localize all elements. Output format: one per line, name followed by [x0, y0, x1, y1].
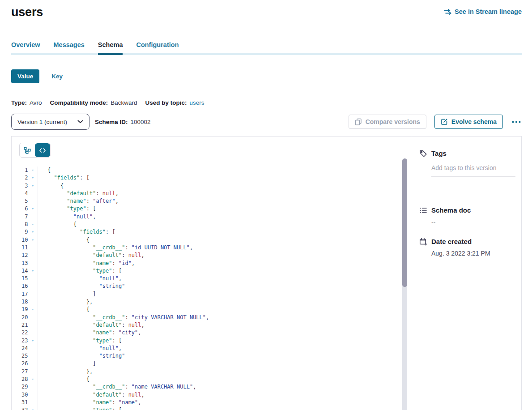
schema-info-sidebar: Tags Schema doc --: [411, 137, 521, 410]
code-line: "type": [: [47, 337, 411, 345]
line-number: 16: [12, 282, 28, 290]
code-line: "string": [47, 352, 411, 360]
tab-messages[interactable]: Messages: [54, 41, 85, 55]
fold-spacer: [28, 260, 38, 267]
line-number: 15: [12, 275, 28, 282]
code-line: "type": [: [47, 406, 411, 410]
schema-doc-title: Schema doc: [431, 206, 471, 214]
evolve-schema-button[interactable]: Evolve schema: [434, 115, 503, 129]
code-line: ]: [47, 360, 411, 367]
gutter-row: 30: [12, 391, 38, 399]
fold-spacer: [28, 275, 38, 282]
topic-link[interactable]: users: [190, 99, 204, 106]
editor-scrollbar-thumb[interactable]: [402, 158, 407, 287]
fold-caret-icon[interactable]: ▾: [28, 182, 38, 190]
gutter-row: 22: [12, 329, 38, 337]
tags-input[interactable]: [431, 164, 515, 176]
code-area[interactable]: 1▾2▾3▾456▾78▾9▾10▾11121314▾1516171819▾20…: [12, 167, 411, 410]
fold-caret-icon[interactable]: ▾: [28, 337, 38, 345]
gutter-row: 20: [12, 314, 38, 321]
gutter-row: 28▾: [12, 376, 38, 383]
fold-spacer: [28, 391, 38, 399]
fold-spacer: [28, 329, 38, 337]
sidebar-divider: [419, 190, 513, 190]
compatibility-label: Compatibility mode:: [50, 99, 108, 106]
page-title: users: [11, 4, 43, 20]
value-key-toggle: Value Key: [11, 69, 522, 83]
gutter-row: 2▾: [12, 174, 38, 182]
code-line: "type": [: [47, 205, 411, 213]
fold-caret-icon[interactable]: ▾: [28, 205, 38, 213]
fold-spacer: [28, 345, 38, 352]
fold-spacer: [28, 244, 38, 252]
schema-doc-value: --: [431, 218, 513, 226]
code-line: ]: [47, 290, 411, 298]
code-line: "__crdb__": "city VARCHAR NOT NULL",: [47, 314, 411, 321]
schema-page: users See in Stream lineage OverviewMess…: [0, 0, 532, 410]
line-number: 26: [12, 360, 28, 367]
code-line: "name": "id",: [47, 260, 411, 267]
tab-configuration[interactable]: Configuration: [136, 41, 179, 55]
code-line: "default": null,: [47, 252, 411, 259]
fold-spacer: [28, 252, 38, 259]
gutter-row: 13: [12, 260, 38, 267]
stream-lineage-link[interactable]: See in Stream lineage: [444, 8, 522, 15]
fold-caret-icon[interactable]: ▾: [28, 174, 38, 182]
copy-icon: [355, 118, 362, 125]
gutter-row: 11: [12, 244, 38, 252]
editor-scrollbar-track[interactable]: [402, 158, 407, 410]
editor-gutter: 1▾2▾3▾456▾78▾9▾10▾11121314▾1516171819▾20…: [12, 167, 38, 410]
tag-icon: [419, 149, 427, 158]
type-label: Type:: [11, 99, 27, 106]
code-line: "__crdb__": "id UUID NOT NULL",: [47, 244, 411, 252]
code-line: "fields": [: [47, 228, 411, 236]
calendar-plus-icon: [419, 238, 427, 246]
more-actions-button[interactable]: [511, 120, 522, 124]
fold-spacer: [28, 360, 38, 367]
code-view-icon: [39, 147, 46, 154]
line-number: 8: [12, 221, 28, 228]
line-number: 18: [12, 298, 28, 306]
edit-icon: [441, 118, 448, 125]
line-number: 1: [12, 167, 28, 174]
code-line: "type": [: [47, 267, 411, 275]
list-icon: [419, 206, 427, 214]
code-view-button[interactable]: [35, 143, 50, 157]
fold-caret-icon[interactable]: ▾: [28, 376, 38, 383]
fold-caret-icon[interactable]: ▾: [28, 306, 38, 313]
gutter-row: 25: [12, 352, 38, 360]
tab-bar: OverviewMessagesSchemaConfiguration: [11, 41, 522, 55]
line-number: 6: [12, 205, 28, 213]
code-line: "null",: [47, 345, 411, 352]
used-by-topic-label: Used by topic:: [145, 99, 187, 106]
tree-view-button[interactable]: [20, 143, 35, 157]
line-number: 23: [12, 337, 28, 345]
tab-overview[interactable]: Overview: [11, 41, 40, 55]
code-line: "default": null,: [47, 391, 411, 399]
code-line: {: [47, 376, 411, 383]
code-line: "name": "city",: [47, 329, 411, 337]
fold-caret-icon[interactable]: ▾: [28, 228, 38, 236]
version-select[interactable]: Version 1 (current): [11, 114, 89, 130]
fold-spacer: [28, 383, 38, 391]
fold-caret-icon[interactable]: ▾: [28, 406, 38, 410]
fold-caret-icon[interactable]: ▾: [28, 236, 38, 244]
gutter-row: 17: [12, 290, 38, 298]
code-line: },: [47, 298, 411, 306]
line-number: 27: [12, 368, 28, 376]
stream-lineage-icon: [444, 9, 451, 15]
gutter-row: 31: [12, 399, 38, 406]
gutter-row: 18: [12, 298, 38, 306]
compare-versions-button[interactable]: Compare versions: [349, 115, 426, 129]
fold-spacer: [28, 197, 38, 205]
tab-schema[interactable]: Schema: [98, 41, 123, 55]
fold-caret-icon[interactable]: ▾: [28, 167, 38, 174]
key-toggle-button[interactable]: Key: [51, 73, 63, 80]
fold-caret-icon[interactable]: ▾: [28, 267, 38, 275]
gutter-row: 26: [12, 360, 38, 367]
code-line: {: [47, 167, 411, 174]
fold-caret-icon[interactable]: ▾: [28, 221, 38, 228]
fold-spacer: [28, 298, 38, 306]
schema-id-value: 100002: [131, 119, 151, 125]
value-toggle-button[interactable]: Value: [11, 69, 39, 83]
